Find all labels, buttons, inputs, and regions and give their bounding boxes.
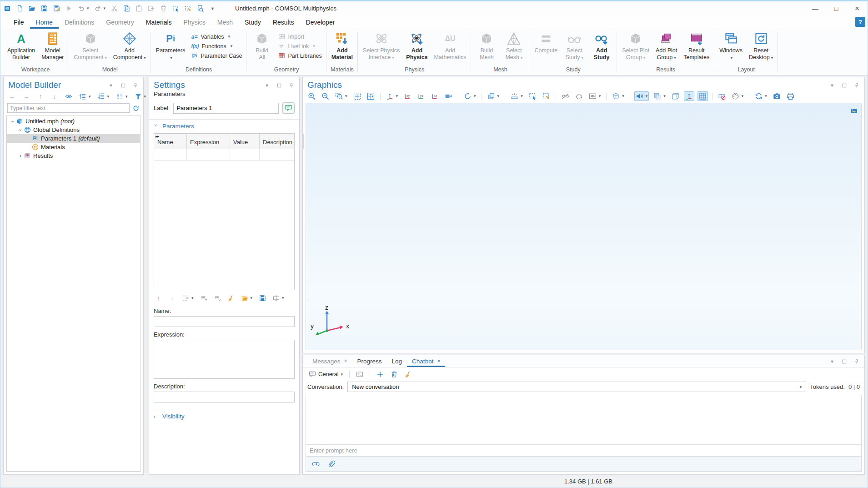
new-file-button[interactable] bbox=[16, 5, 23, 12]
description-input[interactable] bbox=[154, 392, 295, 402]
panel-pin-button[interactable] bbox=[287, 82, 296, 89]
camera-projection-button[interactable] bbox=[443, 91, 454, 101]
parameters-table-body[interactable] bbox=[154, 161, 294, 290]
node-root[interactable]: ›Untitled.mph (root) bbox=[7, 117, 140, 126]
wireframe-rendering-button[interactable]: ▾ bbox=[611, 91, 626, 101]
chatbot-close-icon[interactable]: × bbox=[437, 358, 440, 364]
panel-pin-button[interactable] bbox=[131, 82, 140, 89]
label-input[interactable] bbox=[173, 103, 279, 114]
deselect-box-button[interactable] bbox=[541, 91, 552, 101]
table-cell[interactable] bbox=[187, 149, 230, 160]
show-axis-orientation-button[interactable] bbox=[684, 91, 694, 101]
node-results[interactable]: ›Results bbox=[7, 151, 140, 160]
app-logo-button[interactable] bbox=[4, 5, 11, 12]
parameter-case-button[interactable]: PiParameter Case bbox=[189, 52, 244, 60]
attach-file-button[interactable] bbox=[326, 459, 337, 469]
scene-settings-button[interactable]: ▾ bbox=[486, 91, 501, 101]
close-button[interactable]: × bbox=[847, 1, 868, 15]
update-plot-button[interactable]: ▾ bbox=[753, 91, 768, 101]
table-move-to-button[interactable]: ▾ bbox=[181, 294, 195, 302]
refresh-icon[interactable] bbox=[132, 105, 140, 112]
save-file-button[interactable] bbox=[41, 5, 48, 12]
node-parameters[interactable]: PiParameters 1 {default} bbox=[7, 134, 140, 143]
select-objects-button[interactable] bbox=[172, 5, 179, 12]
functions-button[interactable]: f(x)Functions▾ bbox=[189, 42, 244, 50]
add-physics-button[interactable]: AddPhysics bbox=[403, 31, 430, 62]
show-grid-button[interactable] bbox=[697, 91, 708, 101]
console-tab-messages[interactable]: Messages× bbox=[307, 355, 352, 367]
visibility-section-header[interactable]: › Visibility bbox=[149, 409, 299, 423]
help-button[interactable]: ? bbox=[855, 17, 865, 27]
node-root-expander[interactable]: › bbox=[10, 118, 16, 125]
windows-button[interactable]: Windows▾ bbox=[717, 31, 745, 62]
clear-conversation-button[interactable] bbox=[403, 370, 413, 379]
color-palette-button[interactable]: ▾ bbox=[730, 91, 745, 101]
zoom-extents-button[interactable] bbox=[352, 91, 362, 101]
view-hidden-button[interactable]: ▾ bbox=[587, 91, 602, 101]
view-xy-button[interactable]: xy bbox=[402, 91, 413, 101]
tab-file[interactable]: File bbox=[8, 15, 30, 29]
chat-context-button[interactable]: General▾ bbox=[307, 370, 344, 379]
conversation-combobox[interactable]: New conversation ▾ bbox=[347, 382, 806, 392]
table-edit-button[interactable]: ▾ bbox=[271, 294, 286, 302]
go-to-view-button[interactable]: ▾ bbox=[385, 91, 400, 101]
collapse-all-button[interactable]: ▾ bbox=[96, 92, 111, 101]
add-component-button[interactable]: AddComponent▾ bbox=[110, 31, 149, 62]
graphics-quick-access-icon[interactable] bbox=[850, 107, 858, 115]
node-materials[interactable]: Materials bbox=[7, 143, 140, 151]
part-libraries-button[interactable]: Part Libraries bbox=[276, 52, 324, 60]
panel-menu-button[interactable]: ▾ bbox=[263, 82, 271, 89]
parameters-section-header[interactable]: › Parameters bbox=[149, 119, 299, 133]
table-clear-button[interactable] bbox=[226, 294, 236, 302]
rotate-hidden-button[interactable] bbox=[574, 91, 584, 101]
tab-definitions[interactable]: Definitions bbox=[59, 15, 100, 29]
panel-menu-button[interactable]: ▾ bbox=[828, 358, 836, 365]
print-button[interactable] bbox=[785, 91, 796, 101]
move-up-button[interactable]: ↑ bbox=[35, 92, 45, 101]
delete-button[interactable] bbox=[160, 5, 167, 12]
customize-toolbar-button[interactable]: ▾ bbox=[209, 5, 216, 12]
table-add-row-button[interactable] bbox=[199, 294, 209, 302]
filter-input[interactable] bbox=[7, 103, 130, 113]
cut-button[interactable] bbox=[111, 5, 118, 12]
node-results-expander[interactable]: › bbox=[17, 153, 24, 159]
tab-results[interactable]: Results bbox=[267, 15, 300, 29]
minimize-button[interactable]: — bbox=[805, 1, 826, 15]
hide-color-legend-button[interactable] bbox=[717, 91, 727, 101]
panel-float-button[interactable] bbox=[840, 358, 848, 365]
find-button[interactable] bbox=[197, 5, 204, 12]
tab-home[interactable]: Home bbox=[30, 15, 59, 29]
console-tab-chatbot[interactable]: Chatbot× bbox=[407, 355, 445, 367]
zoom-out-button[interactable] bbox=[320, 91, 331, 101]
environment-reflections-button[interactable]: ▾ bbox=[509, 91, 524, 101]
send-prompt-button[interactable] bbox=[311, 459, 321, 469]
new-conversation-button[interactable] bbox=[375, 370, 385, 379]
delete-conversation-button[interactable] bbox=[389, 370, 399, 379]
open-file-button[interactable] bbox=[29, 5, 35, 12]
go-back-button[interactable]: ← bbox=[7, 92, 17, 101]
show-button[interactable] bbox=[64, 92, 74, 101]
zoom-box-button[interactable]: ▾ bbox=[334, 91, 349, 101]
tab-materials[interactable]: Materials bbox=[140, 15, 178, 29]
tab-mesh[interactable]: Mesh bbox=[211, 15, 239, 29]
console-tab-log[interactable]: Log bbox=[387, 355, 407, 367]
table-cell[interactable] bbox=[230, 149, 260, 160]
tab-physics[interactable]: Physics bbox=[178, 15, 211, 29]
panel-pin-button[interactable] bbox=[853, 358, 861, 365]
console-tab-progress[interactable]: Progress bbox=[352, 355, 387, 367]
graphics-canvas[interactable]: z y x bbox=[306, 103, 862, 350]
column-header-description[interactable]: Description bbox=[260, 134, 304, 149]
expression-input[interactable] bbox=[154, 340, 295, 379]
snapshot-button[interactable] bbox=[772, 91, 782, 101]
application-builder-button[interactable]: AApplicationBuilder bbox=[5, 31, 38, 62]
transparency-button[interactable]: ▾ bbox=[652, 91, 667, 101]
rotate-view-button[interactable]: ▾ bbox=[462, 91, 477, 101]
copy-button[interactable] bbox=[123, 5, 130, 12]
orthographic-projection-button[interactable] bbox=[670, 91, 681, 101]
node-global-definitions[interactable]: ›Global Definitions bbox=[7, 126, 140, 134]
result-templates-button[interactable]: ResultTemplates bbox=[681, 31, 712, 62]
run-button[interactable] bbox=[65, 5, 72, 12]
clear-selection-button[interactable] bbox=[185, 5, 191, 12]
panel-menu-button[interactable]: ▾ bbox=[107, 82, 115, 89]
table-move-down-button[interactable]: ↓ bbox=[167, 294, 177, 302]
